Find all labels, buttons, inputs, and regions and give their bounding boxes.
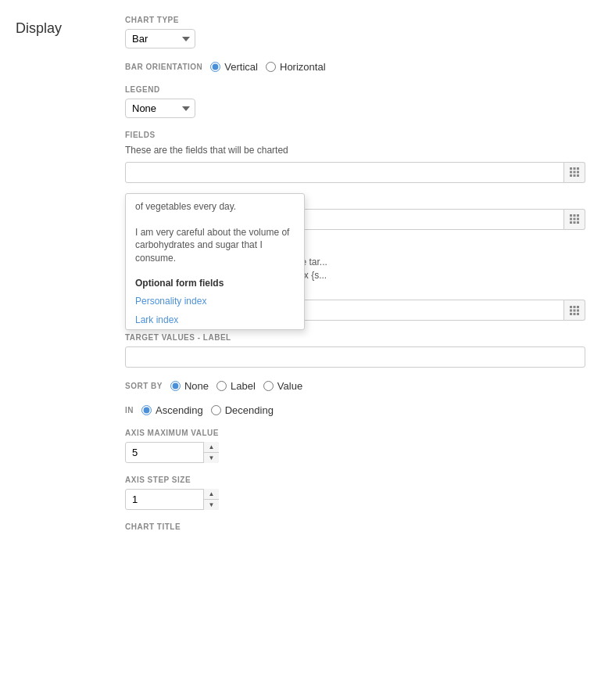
sort-decending-radio[interactable] bbox=[211, 405, 221, 415]
fields-group: FIELDS These are the fields that will be… bbox=[125, 131, 585, 183]
axis-step-label: AXIS STEP SIZE bbox=[125, 476, 585, 484]
axis-max-group: AXIS MAXIMUM VALUE ▲ ▼ bbox=[125, 429, 585, 463]
svg-rect-23 bbox=[577, 309, 579, 311]
sort-by-none[interactable]: None bbox=[170, 380, 209, 392]
fields-description: These are the fields that will be charte… bbox=[125, 144, 585, 157]
svg-rect-18 bbox=[570, 306, 572, 308]
fields-dropdown: of vegetables every day. I am very caref… bbox=[125, 193, 305, 330]
chart-title-group: CHART TITLE bbox=[125, 522, 585, 531]
svg-rect-6 bbox=[570, 174, 572, 177]
svg-rect-8 bbox=[577, 174, 579, 177]
orientation-horizontal-radio[interactable] bbox=[266, 62, 276, 72]
sort-by-group: SORT BY None Label Value bbox=[125, 380, 585, 392]
axis-step-input-wrap: ▲ ▼ bbox=[125, 489, 219, 510]
chart-title-label: CHART TITLE bbox=[125, 522, 585, 531]
chart-type-group: CHART TYPE Bar Line Pie bbox=[125, 16, 585, 48]
svg-rect-20 bbox=[577, 306, 579, 308]
sort-by-row: SORT BY None Label Value bbox=[125, 380, 585, 392]
svg-rect-12 bbox=[570, 218, 572, 221]
sort-by-none-text: None bbox=[184, 380, 209, 392]
svg-rect-5 bbox=[577, 171, 579, 174]
svg-rect-9 bbox=[570, 214, 572, 217]
orientation-vertical-text: Vertical bbox=[224, 61, 258, 73]
svg-rect-17 bbox=[577, 221, 579, 224]
target-values-label-label: TARGET VALUES - LABEL bbox=[125, 333, 585, 342]
sort-by-label-radio[interactable] bbox=[216, 381, 227, 391]
fields-browse-button[interactable] bbox=[564, 162, 585, 183]
sort-ascending-text: Ascending bbox=[156, 404, 203, 416]
svg-rect-2 bbox=[577, 167, 579, 170]
svg-rect-10 bbox=[574, 214, 576, 217]
form-area: CHART TYPE Bar Line Pie BAR ORIENTATION … bbox=[78, 16, 585, 544]
svg-rect-22 bbox=[574, 309, 576, 311]
svg-rect-25 bbox=[574, 313, 576, 315]
axis-max-spinners: ▲ ▼ bbox=[203, 442, 219, 463]
target-values-label-group: TARGET VALUES - LABEL bbox=[125, 333, 585, 368]
sort-in-row: IN Ascending Decending bbox=[125, 404, 585, 416]
fields-input[interactable] bbox=[125, 162, 564, 183]
axis-max-down[interactable]: ▼ bbox=[204, 453, 219, 463]
dropdown-item-1[interactable]: of vegetables every day. bbox=[126, 194, 304, 220]
sort-ascending-radio[interactable] bbox=[141, 405, 152, 415]
axis-step-spinners: ▲ ▼ bbox=[203, 489, 219, 510]
svg-rect-1 bbox=[574, 167, 576, 170]
grid-icon-3 bbox=[569, 305, 580, 316]
axis-max-input-wrap: ▲ ▼ bbox=[125, 442, 219, 463]
svg-rect-4 bbox=[574, 171, 576, 174]
target-values-label-input[interactable] bbox=[125, 346, 585, 368]
svg-rect-24 bbox=[570, 313, 572, 315]
dropdown-link-personality[interactable]: Personality index bbox=[126, 292, 304, 311]
fields-input-wrapper bbox=[125, 162, 585, 183]
svg-rect-21 bbox=[570, 309, 572, 311]
axis-max-up[interactable]: ▲ bbox=[204, 442, 219, 453]
sort-by-label: SORT BY bbox=[125, 382, 163, 390]
bar-orientation-group: BAR ORIENTATION Vertical Horizontal bbox=[125, 61, 585, 73]
fields-input-container: of vegetables every day. I am very caref… bbox=[125, 162, 585, 183]
orientation-vertical-radio[interactable] bbox=[210, 62, 220, 72]
svg-rect-0 bbox=[570, 167, 572, 170]
sort-by-label-opt[interactable]: Label bbox=[216, 380, 256, 392]
dropdown-section-optional: Optional form fields bbox=[126, 271, 304, 292]
sort-decending[interactable]: Decending bbox=[211, 404, 274, 416]
sort-by-value-radio[interactable] bbox=[263, 381, 274, 391]
svg-rect-16 bbox=[574, 221, 576, 224]
legend-select[interactable]: None Top Bottom Left Right bbox=[125, 99, 195, 118]
bar-orientation-label: BAR ORIENTATION bbox=[125, 63, 202, 71]
chart-type-label: CHART TYPE bbox=[125, 16, 585, 24]
axis-step-down[interactable]: ▼ bbox=[204, 500, 219, 510]
axis-step-group: AXIS STEP SIZE ▲ ▼ bbox=[125, 476, 585, 510]
section-title: Display bbox=[16, 16, 78, 544]
sort-in-label: IN bbox=[125, 406, 134, 415]
sort-by-none-radio[interactable] bbox=[170, 381, 181, 391]
svg-rect-3 bbox=[570, 171, 572, 174]
sort-by-label-text: Label bbox=[231, 380, 256, 392]
bar-orientation-row: BAR ORIENTATION Vertical Horizontal bbox=[125, 61, 585, 73]
sort-decending-text: Decending bbox=[225, 404, 274, 416]
sort-ascending[interactable]: Ascending bbox=[141, 404, 203, 416]
chart-type-select[interactable]: Bar Line Pie bbox=[125, 29, 195, 48]
svg-rect-13 bbox=[574, 218, 576, 221]
svg-rect-26 bbox=[577, 313, 579, 315]
axis-step-up[interactable]: ▲ bbox=[204, 489, 219, 500]
svg-rect-14 bbox=[577, 218, 579, 221]
svg-rect-7 bbox=[574, 174, 576, 177]
page-layout: Display CHART TYPE Bar Line Pie BAR ORIE… bbox=[16, 16, 585, 544]
svg-rect-11 bbox=[577, 214, 579, 217]
fields-label: FIELDS bbox=[125, 131, 585, 139]
grid-icon bbox=[569, 167, 580, 178]
svg-rect-15 bbox=[570, 221, 572, 224]
sort-by-value-text: Value bbox=[277, 380, 302, 392]
legend-group: LEGEND None Top Bottom Left Right bbox=[125, 85, 585, 118]
orientation-horizontal-text: Horizontal bbox=[280, 61, 326, 73]
sort-by-value[interactable]: Value bbox=[263, 380, 302, 392]
fields-label-browse-button[interactable] bbox=[564, 209, 585, 230]
sort-in-group: IN Ascending Decending bbox=[125, 404, 585, 416]
legend-label: LEGEND bbox=[125, 85, 585, 94]
axis-max-label: AXIS MAXIMUM VALUE bbox=[125, 429, 585, 437]
dropdown-link-lark[interactable]: Lark index bbox=[126, 311, 304, 329]
target-values-browse-button[interactable] bbox=[564, 300, 585, 321]
orientation-horizontal[interactable]: Horizontal bbox=[266, 61, 326, 73]
grid-icon-2 bbox=[569, 214, 580, 224]
orientation-vertical[interactable]: Vertical bbox=[210, 61, 258, 73]
dropdown-item-2[interactable]: I am very careful about the volume of ca… bbox=[126, 220, 304, 271]
